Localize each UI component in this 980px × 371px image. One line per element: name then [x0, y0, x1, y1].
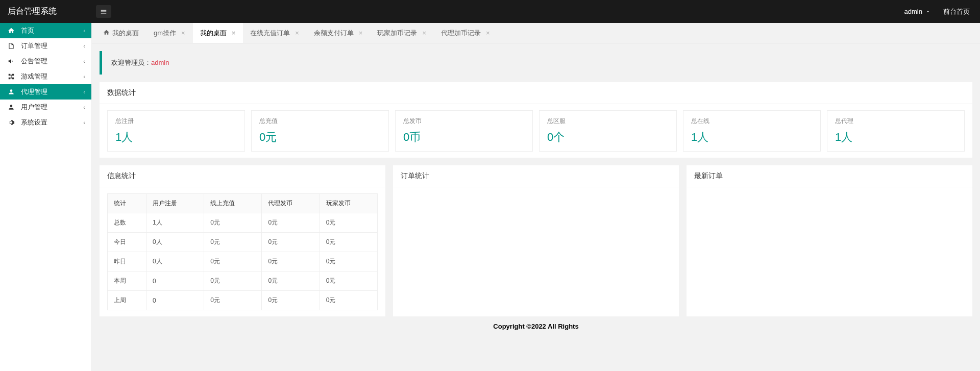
user-name: admin	[904, 8, 922, 15]
tab-label: 玩家加币记录	[377, 29, 417, 38]
sidebar-item-2[interactable]: 公告管理‹	[0, 54, 91, 69]
order-stats-title: 订单统计	[393, 165, 679, 187]
close-icon[interactable]: ×	[486, 29, 490, 37]
table-header: 统计	[108, 194, 146, 213]
main: 我的桌面gm操作×我的桌面×在线充值订单×余额支付订单×玩家加币记录×代理加币记…	[92, 23, 980, 371]
table-cell: 0	[146, 291, 204, 310]
sidebar-item-3[interactable]: 游戏管理‹	[0, 69, 91, 84]
table-cell: 0元	[262, 233, 320, 252]
tab-1[interactable]: gm操作×	[146, 23, 193, 43]
speaker-icon	[8, 58, 16, 65]
table-cell: 0元	[262, 252, 320, 271]
table-cell: 0元	[320, 271, 377, 291]
stat-value: 1人	[691, 130, 813, 145]
stat-card-0: 总注册1人	[107, 110, 245, 152]
table-cell: 0元	[204, 233, 262, 252]
sidebar-item-label: 订单管理	[21, 41, 47, 51]
brand-title: 后台管理系统	[0, 6, 92, 17]
chevron-left-icon: ‹	[83, 89, 85, 95]
info-panel: 信息统计 统计用户注册线上充值代理发币玩家发币 总数1人0元0元0元今日0人0元…	[100, 165, 385, 316]
stat-value: 0个	[547, 130, 669, 145]
table-header: 代理发币	[262, 194, 320, 213]
close-icon[interactable]: ×	[295, 29, 299, 37]
tab-3[interactable]: 在线充值订单×	[243, 23, 307, 43]
sidebar-item-6[interactable]: 系统设置‹	[0, 115, 91, 130]
chevron-left-icon: ‹	[83, 28, 85, 34]
stat-value: 1人	[115, 130, 237, 145]
table-row: 今日0人0元0元0元	[108, 233, 378, 252]
latest-orders-panel: 最新订单	[687, 165, 972, 316]
table-header: 线上充值	[204, 194, 262, 213]
sidebar-item-5[interactable]: 用户管理‹	[0, 100, 91, 115]
table-cell: 1人	[146, 213, 204, 233]
table-cell: 0元	[262, 291, 320, 310]
table-cell: 总数	[108, 213, 146, 233]
sidebar-item-4[interactable]: 代理管理‹	[0, 84, 91, 100]
sidebar: 首页‹订单管理‹公告管理‹游戏管理‹代理管理‹用户管理‹系统设置‹	[0, 23, 92, 371]
menu-icon	[100, 8, 107, 15]
stat-label: 总代理	[835, 117, 957, 126]
table-cell: 0元	[320, 291, 377, 310]
tab-bar: 我的桌面gm操作×我的桌面×在线充值订单×余额支付订单×玩家加币记录×代理加币记…	[92, 23, 980, 43]
sidebar-item-label: 系统设置	[21, 118, 47, 127]
chevron-left-icon: ‹	[83, 119, 85, 126]
table-cell: 0	[146, 271, 204, 291]
table-header: 用户注册	[146, 194, 204, 213]
table-cell: 本周	[108, 271, 146, 291]
order-stats-panel: 订单统计	[393, 165, 679, 316]
close-icon[interactable]: ×	[232, 29, 236, 37]
table-row: 总数1人0元0元0元	[108, 213, 378, 233]
front-home-link[interactable]: 前台首页	[943, 7, 970, 16]
user-icon	[8, 88, 16, 95]
topbar: 后台管理系统 admin 前台首页	[0, 0, 980, 23]
chevron-left-icon: ‹	[83, 104, 85, 110]
welcome-user: admin	[151, 59, 169, 66]
stat-label: 总区服	[547, 117, 669, 126]
tab-4[interactable]: 余额支付订单×	[307, 23, 371, 43]
tab-5[interactable]: 玩家加币记录×	[370, 23, 434, 43]
chevron-left-icon: ‹	[83, 43, 85, 49]
stat-label: 总充值	[259, 117, 381, 126]
sidebar-item-label: 用户管理	[21, 103, 47, 112]
close-icon[interactable]: ×	[359, 29, 363, 37]
table-cell: 昨日	[108, 252, 146, 271]
table-cell: 0元	[262, 271, 320, 291]
table-cell: 0元	[320, 233, 377, 252]
user-icon	[8, 104, 16, 111]
stat-card-4: 总在线1人	[683, 110, 821, 152]
tree-icon	[8, 73, 16, 80]
sidebar-item-0[interactable]: 首页‹	[0, 23, 91, 38]
latest-orders-title: 最新订单	[687, 165, 972, 187]
home-icon	[8, 27, 16, 34]
stat-label: 总发币	[403, 117, 525, 126]
info-title: 信息统计	[100, 165, 385, 187]
table-cell: 今日	[108, 233, 146, 252]
stats-panel: 数据统计 总注册1人总充值0元总发币0币总区服0个总在线1人总代理1人	[100, 82, 972, 158]
close-icon[interactable]: ×	[422, 29, 426, 37]
chevron-left-icon: ‹	[83, 58, 85, 64]
stat-card-1: 总充值0元	[251, 110, 389, 152]
welcome-prefix: 欢迎管理员：	[111, 59, 151, 66]
table-row: 昨日0人0元0元0元	[108, 252, 378, 271]
stat-card-5: 总代理1人	[827, 110, 965, 152]
sidebar-item-label: 首页	[21, 26, 34, 35]
user-dropdown[interactable]: admin	[904, 8, 930, 15]
table-cell: 上周	[108, 291, 146, 310]
stat-label: 总注册	[115, 117, 237, 126]
stat-value: 0币	[403, 130, 525, 145]
sidebar-toggle[interactable]	[96, 5, 111, 18]
info-table: 统计用户注册线上充值代理发币玩家发币 总数1人0元0元0元今日0人0元0元0元昨…	[107, 193, 378, 310]
table-cell: 0元	[204, 252, 262, 271]
tab-label: gm操作	[154, 29, 176, 38]
tab-label: 在线充值订单	[250, 29, 290, 38]
sidebar-item-label: 公告管理	[21, 57, 47, 66]
table-row: 本周00元0元0元	[108, 271, 378, 291]
tab-6[interactable]: 代理加币记录×	[434, 23, 498, 43]
tab-0[interactable]: 我的桌面	[96, 23, 146, 43]
table-cell: 0元	[320, 213, 377, 233]
sidebar-item-1[interactable]: 订单管理‹	[0, 38, 91, 54]
table-cell: 0元	[320, 252, 377, 271]
tab-2[interactable]: 我的桌面×	[193, 23, 243, 43]
table-cell: 0元	[262, 213, 320, 233]
close-icon[interactable]: ×	[181, 29, 185, 37]
